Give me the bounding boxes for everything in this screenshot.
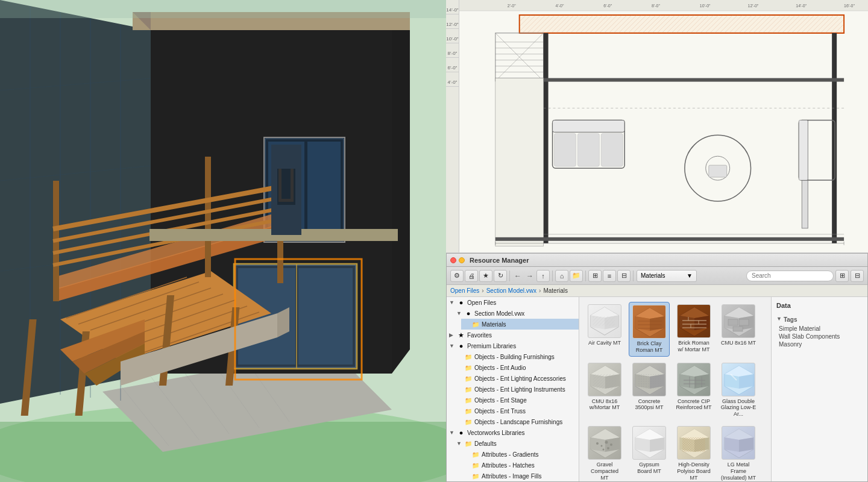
- ruler-mark: 8'-0": [446, 43, 459, 58]
- tree-item-ent-stage[interactable]: 📁 Objects - Ent Stage: [454, 395, 579, 405]
- svg-rect-82: [520, 15, 844, 33]
- breadcrumb: Open Files › Section Model.vwx › Materia…: [447, 285, 867, 297]
- tree-item-ent-lighting-acc[interactable]: 📁 Objects - Ent Lighting Accessories: [454, 373, 579, 384]
- tree-item-ent-lighting-inst[interactable]: 📁 Objects - Ent Lighting Instruments: [454, 384, 579, 395]
- favorites-icon: ★: [457, 331, 465, 339]
- tree-item-materials[interactable]: 📁 Materials: [461, 319, 579, 330]
- mat-label-concrete-cip: Concrete CIP Reinforced MT: [676, 398, 712, 412]
- material-high-density[interactable]: High-Density Polyiso Board MT: [673, 424, 714, 481]
- svg-rect-190: [682, 437, 705, 452]
- breadcrumb-materials: Materials: [543, 287, 568, 294]
- mat-thumb-concrete-cip: [677, 363, 711, 396]
- tree-item-hatches[interactable]: 📁 Attributes - Hatches: [461, 460, 579, 471]
- tree-item-open-files[interactable]: ▼ ● Open Files: [447, 297, 579, 308]
- separator: [509, 271, 510, 281]
- search-input[interactable]: [746, 271, 834, 281]
- tree-item-favorites[interactable]: ▶ ★ Favorites: [447, 330, 579, 340]
- mat-thumb-concrete-3500: [632, 363, 666, 396]
- separator: [552, 271, 553, 281]
- material-brick-roman[interactable]: Brick Roman w/ Mortar MT: [673, 302, 714, 357]
- svg-rect-98: [553, 120, 625, 132]
- mat-thumb-gravel: [588, 426, 621, 460]
- tree-item-building[interactable]: 📁 Objects - Building Furnishings: [454, 351, 579, 362]
- tree-item-landscape[interactable]: 📁 Objects - Landscape Furnishings: [454, 416, 579, 427]
- files-button[interactable]: 📁: [570, 270, 583, 282]
- defaults-folder-icon: 📁: [464, 439, 473, 448]
- settings-button[interactable]: ⚙: [450, 270, 464, 282]
- material-cmu-mortar[interactable]: CMU 8x16 w/Mortar MT: [584, 360, 625, 420]
- mat-label-cmu-mortar: CMU 8x16 w/Mortar MT: [587, 398, 623, 412]
- tree-item-section-model[interactable]: ▼ ● Section Model.vwx: [454, 308, 579, 319]
- material-lg-metal[interactable]: LG Metal Frame (Insulated) MT: [718, 424, 759, 481]
- favorite-button[interactable]: ★: [479, 270, 492, 282]
- nav-back[interactable]: ←: [512, 271, 523, 281]
- svg-text:8'-0": 8'-0": [652, 4, 660, 8]
- detail-view-button[interactable]: ⊟: [617, 270, 631, 282]
- svg-rect-107: [799, 120, 808, 180]
- svg-text:2'-0": 2'-0": [508, 4, 516, 8]
- mat-label-gypsum: Gypsum Board MT: [631, 462, 667, 475]
- ent-lighting-inst-folder-icon: 📁: [464, 385, 473, 393]
- tree-item-image-fills[interactable]: 📁 Attributes - Image Fills: [461, 471, 579, 481]
- ent-lighting-acc-folder-icon: 📁: [464, 374, 473, 383]
- svg-rect-94: [832, 33, 837, 243]
- material-gravel[interactable]: Gravel Compacted MT: [584, 424, 625, 481]
- svg-rect-65: [0, 0, 446, 18]
- home-button[interactable]: ⌂: [555, 270, 568, 282]
- search-options-button[interactable]: ⊞: [835, 270, 849, 282]
- svg-text:16'-0": 16'-0": [844, 4, 855, 8]
- svg-rect-64: [291, 169, 294, 202]
- landscape-folder-icon: 📁: [464, 418, 473, 426]
- material-brick-clay[interactable]: Brick Clay Roman MT: [629, 302, 670, 357]
- tree-item-ent-audio[interactable]: 📁 Objects - Ent Audio: [454, 362, 579, 373]
- tree-item-ent-truss[interactable]: 📁 Objects - Ent Truss: [454, 405, 579, 416]
- material-glass[interactable]: Glass Double Glazing Low-E Ar...: [718, 360, 759, 420]
- material-gypsum[interactable]: Gypsum Board MT: [629, 424, 670, 481]
- section-model-icon: ●: [464, 309, 473, 318]
- mat-thumb-brick-roman: [677, 304, 711, 338]
- blueprint-svg: 2'-0" 4'-0" 6'-0" 8'-0" 10'-0" 12'-0" 14…: [459, 0, 868, 252]
- close-button[interactable]: [450, 257, 456, 263]
- rm-body: ▼ ● Open Files ▼ ● Section Model.vwx: [447, 297, 867, 481]
- minimize-button[interactable]: [459, 257, 465, 263]
- print-button[interactable]: 🖨: [465, 270, 478, 282]
- mat-label-cmu-8x16: CMU 8x16 MT: [721, 340, 756, 346]
- svg-rect-101: [601, 133, 623, 166]
- ruler-vertical: 14'-0" 12'-0" 10'-0" 8'-0" 6'-0" 4'-0": [446, 0, 459, 252]
- svg-rect-19: [298, 268, 353, 365]
- blueprint-area[interactable]: 14'-0" 12'-0" 10'-0" 8'-0" 6'-0" 4'-0" 2…: [446, 0, 868, 253]
- tree-item-gradients[interactable]: 📁 Attributes - Gradients: [461, 449, 579, 460]
- up-button[interactable]: ↑: [536, 270, 550, 282]
- mat-label-air-cavity: Air Cavity MT: [588, 340, 621, 346]
- list-view-button[interactable]: ≡: [603, 270, 616, 282]
- rm-toolbar: ⚙ 🖨 ★ ↻ ← → ↑ ⌂ 📁 ⊞ ≡ ⊟: [447, 267, 867, 285]
- refresh-button[interactable]: ↻: [494, 270, 507, 282]
- svg-marker-182: [650, 437, 664, 452]
- tags-expander[interactable]: ▼ Tags: [776, 313, 863, 324]
- 3d-viewport[interactable]: [0, 0, 446, 482]
- mat-thumb-brick-clay: [632, 305, 666, 339]
- tree-item-vw-libraries[interactable]: ▼ ● Vectorworks Libraries: [447, 427, 579, 438]
- material-air-cavity[interactable]: Air Cavity MT: [584, 302, 625, 357]
- mat-label-brick-clay: Brick Clay Roman MT: [632, 340, 667, 354]
- main-layout: 14'-0" 12'-0" 10'-0" 8'-0" 6'-0" 4'-0" 2…: [0, 0, 868, 482]
- mat-label-brick-roman: Brick Roman w/ Mortar MT: [676, 340, 712, 353]
- breadcrumb-section-model[interactable]: Section Model.vwx: [486, 287, 536, 294]
- material-concrete-3500[interactable]: Concrete 3500psi MT: [629, 360, 670, 420]
- grid-view-button[interactable]: ⊞: [588, 270, 602, 282]
- panel-options-button[interactable]: ⊟: [851, 270, 864, 282]
- category-dropdown[interactable]: Materials ▼: [637, 270, 697, 282]
- tag-wall-slab: Wall Slab Components: [776, 333, 863, 340]
- tree-item-defaults[interactable]: ▼ 📁 Defaults: [454, 438, 579, 449]
- breadcrumb-open-files[interactable]: Open Files: [450, 287, 479, 294]
- svg-rect-141: [728, 319, 738, 325]
- tree-item-premium-libraries[interactable]: ▼ ● Premium Libraries: [447, 340, 579, 351]
- ruler-mark: 4'-0": [446, 72, 459, 87]
- rm-title: Resource Manager: [470, 257, 529, 264]
- ent-audio-folder-icon: 📁: [464, 363, 473, 372]
- mat-label-high-density: High-Density Polyiso Board MT: [676, 462, 712, 481]
- svg-point-177: [610, 443, 612, 446]
- material-concrete-cip[interactable]: Concrete CIP Reinforced MT: [673, 360, 714, 420]
- material-cmu-8x16[interactable]: CMU 8x16 MT: [718, 302, 759, 357]
- nav-forward[interactable]: →: [524, 271, 535, 281]
